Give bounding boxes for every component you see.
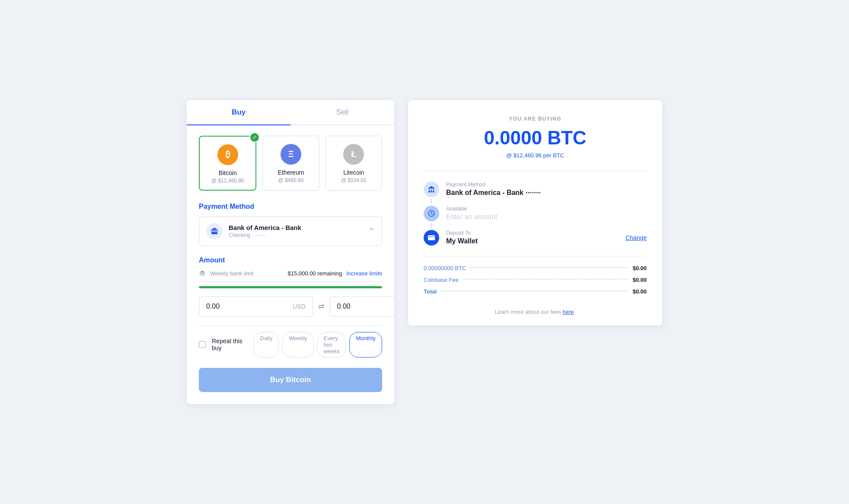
fee-dots-total [441, 290, 628, 291]
limit-row: Weekly bank limit $15,000.00 remaining I… [199, 270, 382, 282]
summary-deposit: Deposit To My Wallet Change [424, 230, 647, 246]
fee-total-value: $0.00 [632, 288, 647, 295]
repeat-every-two-weeks[interactable]: Every two weeks [317, 332, 346, 357]
swap-icon[interactable]: ⇌ [318, 302, 325, 311]
repeat-weekly[interactable]: Weekly [282, 332, 313, 357]
fee-btc-value: $0.00 [632, 265, 647, 271]
btc-input[interactable] [337, 303, 394, 310]
main-container: Buy Sell ✓ ₿ Bitcoin @ $12,460.96 Ξ [187, 100, 662, 404]
summary-payment-method: Payment Method Bank of America - Bank ··… [424, 182, 647, 197]
tab-bar: Buy Sell [187, 100, 394, 125]
tab-buy[interactable]: Buy [187, 100, 290, 125]
btc-icon: ₿ [217, 144, 238, 165]
change-link[interactable]: Change [626, 234, 647, 241]
summary-payment-value: Bank of America - Bank ········ [446, 189, 647, 197]
svg-rect-9 [428, 188, 435, 189]
svg-rect-15 [432, 237, 434, 238]
crypto-card-list: ✓ ₿ Bitcoin @ $12,460.96 Ξ Ethereum @ $4… [199, 136, 382, 191]
limit-right: $15,000.00 remaining Increase limits [288, 270, 382, 277]
btc-name: Bitcoin [205, 169, 250, 176]
payment-method-selector[interactable]: Bank of America - Bank Checking · ······… [199, 217, 382, 246]
summary-available: Available Enter an amount [424, 206, 647, 221]
fee-btc-label: 0.00000000 BTC [424, 265, 466, 271]
summary-clock-icon [424, 206, 439, 221]
payment-method-title: Payment Method [199, 203, 382, 211]
eth-name: Ethereum [268, 169, 313, 176]
usd-currency-label: USD [293, 303, 306, 310]
summary-amount: 0.0000 BTC [424, 127, 647, 149]
repeat-daily[interactable]: Daily [253, 332, 279, 357]
crypto-card-ltc[interactable]: Ł Litecoin @ $104.01 [326, 136, 382, 191]
fee-line-coinbase: Coinbase Fee $0.00 [424, 277, 647, 283]
repeat-monthly[interactable]: Monthly [349, 332, 382, 357]
chevron-down-icon: ⌃ [368, 226, 375, 236]
payment-method-section: Payment Method Bank of America - Bank [199, 203, 382, 246]
fee-coinbase-value: $0.00 [632, 277, 647, 283]
learn-more-link[interactable]: here [563, 309, 574, 315]
btc-price: @ $12,460.96 [205, 178, 250, 184]
svg-marker-3 [211, 227, 218, 230]
payment-info: Bank of America - Bank Checking · ······… [229, 224, 362, 238]
svg-rect-1 [214, 232, 215, 234]
svg-rect-10 [428, 191, 435, 192]
amount-title: Amount [199, 256, 382, 264]
left-panel: Buy Sell ✓ ₿ Bitcoin @ $12,460.96 Ξ [187, 100, 394, 404]
learn-more-text: Learn more about our fees [495, 309, 563, 315]
payment-bank-name: Bank of America - Bank [229, 224, 362, 231]
ltc-name: Litecoin [331, 169, 377, 176]
repeat-options: Daily Weekly Every two weeks Monthly [253, 332, 382, 357]
increase-limits-link[interactable]: Increase limits [346, 270, 382, 277]
bank-icon [206, 223, 223, 239]
crypto-card-eth[interactable]: Ξ Ethereum @ $460.60 [262, 136, 319, 191]
fee-dots-coinbase [463, 279, 629, 280]
learn-more: Learn more about our fees here. [424, 303, 647, 315]
summary-deposit-content: Deposit To My Wallet [446, 230, 619, 245]
payment-account-type: Checking · ········ [229, 232, 362, 238]
summary-available-content: Available Enter an amount [446, 206, 647, 221]
limit-left: Weekly bank limit [199, 270, 254, 277]
limit-remaining: $15,000.00 remaining [288, 270, 342, 277]
summary-rate: @ $12,460.96 per BTC [424, 152, 647, 159]
summary-header: YOU ARE BUYING [424, 116, 647, 122]
buy-bitcoin-button[interactable]: Buy Bitcoin [199, 368, 382, 392]
limit-label: Weekly bank limit [210, 270, 254, 277]
summary-divider [424, 171, 647, 171]
selected-checkmark: ✓ [249, 132, 260, 143]
repeat-checkbox[interactable] [199, 341, 206, 348]
summary-payment-label: Payment Method [446, 182, 647, 188]
fee-line-btc: 0.00000000 BTC $0.00 [424, 265, 647, 271]
summary-items: Payment Method Bank of America - Bank ··… [424, 182, 647, 246]
svg-rect-2 [216, 232, 217, 234]
fee-coinbase-label: Coinbase Fee [424, 277, 459, 283]
crypto-card-btc[interactable]: ✓ ₿ Bitcoin @ $12,460.96 [199, 136, 256, 191]
eth-price: @ $460.60 [268, 177, 313, 183]
summary-wallet-icon [424, 230, 439, 246]
tab-sell[interactable]: Sell [290, 100, 394, 124]
repeat-label: Repeat this buy [212, 338, 247, 351]
summary-deposit-value: My Wallet [446, 237, 619, 245]
summary-available-label: Available [446, 206, 647, 212]
progress-bar-fill [199, 286, 382, 288]
repeat-row: Repeat this buy Daily Weekly Every two w… [199, 325, 382, 357]
eth-icon: Ξ [281, 144, 301, 165]
fee-total-label: Total [424, 288, 437, 295]
usd-field[interactable]: USD [199, 296, 313, 317]
svg-marker-4 [199, 271, 205, 272]
svg-marker-5 [428, 186, 435, 188]
ltc-icon: Ł [343, 144, 364, 165]
summary-deposit-label: Deposit To [446, 230, 619, 236]
progress-bar [199, 286, 382, 288]
ltc-price: @ $104.01 [331, 177, 377, 183]
fee-line-total: Total $0.00 [424, 288, 647, 295]
amount-inputs: USD ⇌ BTC [199, 296, 382, 317]
summary-bank-icon [424, 182, 439, 197]
usd-input[interactable] [206, 303, 293, 310]
btc-field[interactable]: BTC [330, 296, 394, 317]
panel-body: ✓ ₿ Bitcoin @ $12,460.96 Ξ Ethereum @ $4… [187, 125, 394, 404]
summary-payment-content: Payment Method Bank of America - Bank ··… [446, 182, 647, 197]
amount-section: Amount Weekly bank limit $15,000.00 rema… [199, 256, 382, 317]
summary-available-placeholder: Enter an amount [446, 213, 647, 221]
fee-section: 0.00000000 BTC $0.00 Coinbase Fee $0.00 … [424, 256, 647, 295]
right-panel: YOU ARE BUYING 0.0000 BTC @ $12,460.96 p… [408, 100, 662, 325]
svg-rect-0 [211, 232, 213, 234]
